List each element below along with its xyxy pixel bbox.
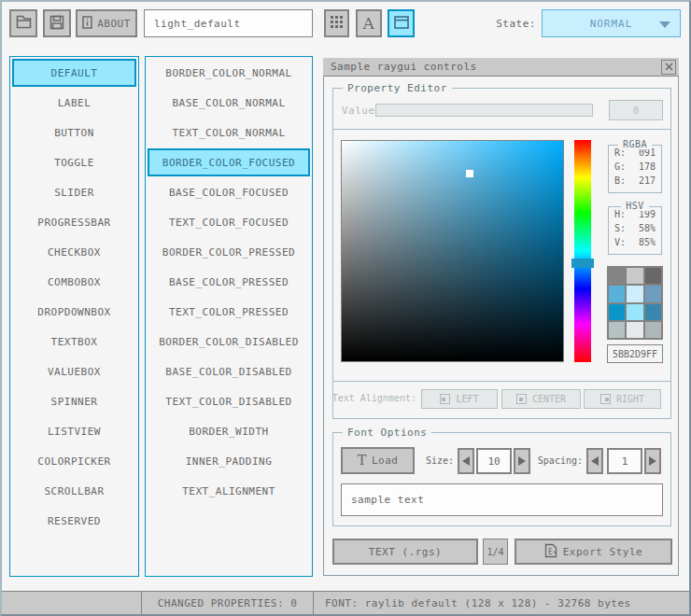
color-swatch[interactable] [627, 304, 642, 320]
rgba-group-title: RGBA [618, 139, 652, 149]
properties-list-item[interactable]: BASE_COLOR_PRESSED [148, 268, 310, 296]
controls-list-item[interactable]: SPINNER [12, 387, 136, 415]
controls-list-item[interactable]: VALUEBOX [12, 357, 136, 385]
hsv-row-label: S: [614, 221, 626, 235]
text-format-label: TEXT (.rgs) [369, 546, 442, 558]
hsv-row-label: V: [614, 235, 626, 249]
color-swatch[interactable] [627, 322, 642, 338]
export-icon: E [544, 543, 557, 561]
sample-text-input[interactable]: sample text [341, 483, 663, 516]
align-left-button[interactable]: LEFT [421, 389, 498, 409]
load-font-label: Load [372, 455, 399, 467]
align-right-button[interactable]: RIGHT [584, 389, 661, 409]
size-value-box[interactable]: 10 [476, 448, 512, 474]
controls-list-item[interactable]: COMBOBOX [12, 268, 136, 296]
controls-list-item[interactable]: DROPDOWNBOX [12, 298, 136, 326]
new-file-button[interactable] [9, 9, 37, 37]
state-dropdown[interactable]: NORMAL [542, 9, 681, 37]
spacing-decrement-button[interactable] [586, 448, 603, 474]
statusbar-section-left [0, 591, 142, 616]
value-button[interactable]: 0 [609, 100, 663, 120]
color-swatch[interactable] [627, 268, 642, 284]
properties-list-item[interactable]: TEXT_COLOR_NORMAL [148, 119, 310, 147]
hsv-row: S: 58% [609, 221, 661, 235]
size-decrement-button[interactable] [458, 448, 474, 474]
properties-list-item[interactable]: INNER_PADDING [148, 447, 310, 475]
properties-list-item[interactable]: TEXT_COLOR_PRESSED [148, 298, 310, 326]
view-font-toggle[interactable]: A [356, 9, 382, 37]
value-slider[interactable] [375, 104, 593, 117]
controls-list-item[interactable]: COLORPICKER [12, 447, 136, 475]
triangle-left-icon [462, 456, 470, 466]
rgba-row: G: 178 [609, 160, 661, 174]
properties-list-item[interactable]: BORDER_WIDTH [148, 417, 310, 445]
sample-panel-titlebar[interactable]: Sample raygui controls [323, 58, 679, 77]
controls-list-item[interactable]: BUTTON [12, 119, 136, 147]
size-value: 10 [487, 455, 500, 468]
properties-list-item[interactable]: BASE_COLOR_FOCUSED [148, 178, 310, 206]
spacing-value-box[interactable]: 1 [607, 448, 642, 474]
align-right-label: RIGHT [616, 394, 644, 404]
controls-list-item[interactable]: SCROLLBAR [12, 477, 136, 505]
color-swatch[interactable] [645, 304, 661, 320]
save-icon [49, 15, 64, 33]
changed-properties-text: CHANGED PROPERTIES: 0 [158, 597, 298, 609]
value-button-label: 0 [633, 105, 639, 116]
color-picker-marker[interactable] [466, 170, 473, 177]
controls-list-item[interactable]: LABEL [12, 89, 136, 117]
controls-list-item[interactable]: TOGGLE [12, 148, 136, 176]
controls-list-item[interactable]: TEXTBOX [12, 328, 136, 356]
save-file-button[interactable] [43, 9, 71, 37]
properties-list-item[interactable]: BASE_COLOR_DISABLED [148, 357, 310, 385]
color-swatch[interactable] [609, 286, 625, 301]
color-swatch[interactable] [645, 322, 661, 338]
controls-list-item[interactable]: RESERVED [12, 507, 136, 535]
properties-list-item[interactable]: BORDER_COLOR_FOCUSED [148, 148, 310, 176]
view-controls-toggle[interactable] [388, 9, 415, 37]
info-icon [82, 16, 92, 32]
properties-list-item[interactable]: BORDER_COLOR_PRESSED [148, 238, 310, 266]
color-swatch[interactable] [627, 286, 642, 301]
color-picker-square[interactable] [341, 140, 564, 362]
controls-list-item[interactable]: SLIDER [12, 178, 136, 206]
controls-list-item[interactable]: PROGRESSBAR [12, 208, 136, 236]
hue-slider[interactable] [574, 140, 591, 362]
hex-value-box[interactable]: 5BB2D9FF [607, 344, 663, 363]
properties-list-item[interactable]: TEXT_COLOR_FOCUSED [148, 208, 310, 236]
properties-list-item[interactable]: TEXT_ALIGNMENT [148, 477, 310, 505]
properties-list-item[interactable]: BORDER_COLOR_DISABLED [148, 328, 310, 356]
properties-list-item[interactable]: BASE_COLOR_NORMAL [148, 89, 310, 117]
format-pager-button[interactable]: 1/4 [483, 539, 508, 565]
color-swatch[interactable] [609, 304, 625, 320]
about-button[interactable]: ABOUT [76, 9, 137, 37]
properties-list-item[interactable]: BORDER_COLOR_NORMAL [148, 59, 310, 87]
style-name-input[interactable]: light_default [144, 9, 313, 37]
spacing-increment-button[interactable] [644, 448, 661, 474]
align-center-label: CENTER [532, 394, 566, 404]
font-options-title: Font Options [343, 427, 431, 439]
color-swatch[interactable] [609, 268, 625, 284]
close-button[interactable] [661, 60, 676, 75]
export-style-button[interactable]: E Export Style [515, 539, 672, 565]
properties-list-item[interactable]: TEXT_COLOR_DISABLED [148, 387, 310, 415]
color-swatch[interactable] [609, 322, 625, 338]
controls-list-item[interactable]: LISTVIEW [12, 417, 136, 445]
load-font-button[interactable]: T Load [341, 447, 415, 474]
controls-list-item[interactable]: DEFAULT [12, 59, 136, 87]
sample-panel-title: Sample raygui controls [331, 61, 477, 73]
view-grid-toggle[interactable] [324, 9, 349, 37]
hue-slider-thumb[interactable] [571, 259, 594, 268]
controls-list-item[interactable]: CHECKBOX [12, 238, 136, 266]
color-swatch[interactable] [645, 268, 661, 284]
align-center-button[interactable]: CENTER [501, 389, 581, 409]
font-info-text: FONT: raylib default (128 x 128) - 32768… [325, 597, 631, 609]
text-format-button[interactable]: TEXT (.rgs) [332, 539, 478, 565]
font-a-icon: A [363, 16, 375, 32]
close-icon [665, 62, 673, 74]
svg-text:E: E [548, 547, 553, 555]
hsv-row-value: 85% [639, 235, 656, 249]
hsv-row-value: 58% [639, 221, 656, 235]
color-swatch-grid [607, 266, 663, 340]
color-swatch[interactable] [645, 286, 661, 301]
state-dropdown-value: NORMAL [590, 18, 633, 30]
